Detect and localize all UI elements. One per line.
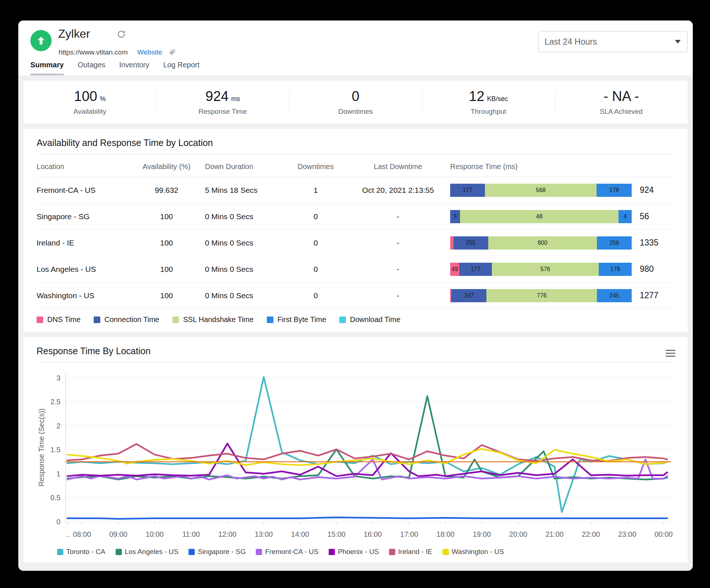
stat-label: Response Time	[156, 108, 289, 116]
table-row: Washington - US1000 Mins 0 Secs0-2477762…	[37, 282, 674, 309]
chart-legend-ireland-ie[interactable]: Ireland - IE	[389, 548, 432, 556]
x-tick-label: 09:00	[109, 530, 128, 538]
x-tick-label: 08:00	[73, 530, 91, 538]
cell-downtimes: 1	[285, 186, 346, 195]
chart-legend-los-angeles-us[interactable]: Los Angeles - US	[116, 548, 179, 556]
cell-response-bar: 255800256	[450, 236, 640, 250]
chart-legend-singapore-sg[interactable]: Singapore - SG	[188, 548, 246, 556]
time-range-dropdown[interactable]: Last 24 Hours	[538, 31, 688, 52]
chart-legend-washington-us[interactable]: Washington - US	[442, 548, 504, 556]
chart-legend-label: Singapore - SG	[198, 548, 246, 556]
cell-response-bar: 177568178	[450, 184, 640, 197]
ssl-swatch	[172, 317, 179, 323]
response-time-bar: 3484	[450, 210, 632, 223]
header: Zylker https://www.vtitan.com Website Su…	[18, 20, 693, 75]
chart-legend-label: Washington - US	[452, 548, 504, 556]
cell-response-bar: 3484	[450, 210, 640, 223]
stat-value: 12KB/sec	[422, 89, 555, 104]
x-tick-label: ..	[66, 530, 70, 538]
connection-swatch	[94, 317, 100, 323]
chart-legend-label: Los Angeles - US	[125, 548, 179, 556]
cell-location: Ireland - IE	[37, 239, 128, 247]
cell-location: Washington - US	[37, 291, 128, 300]
table-row: Fremont-CA - US99.6325 Mins 18 Secs1Oct …	[37, 177, 674, 203]
website-link[interactable]: Website	[137, 48, 162, 56]
tab-inventory[interactable]: Inventory	[119, 61, 149, 75]
segment-legend-dns: DNS Time	[37, 315, 81, 324]
stat-value: 0	[289, 89, 422, 104]
cell-total-response-time: 980	[640, 264, 674, 274]
monitor-panel: Zylker https://www.vtitan.com Website Su…	[18, 20, 693, 571]
table-header: LocationAvailability (%)Down DurationDow…	[37, 154, 674, 177]
chart-card: Response Time By Location 00.511.522.53.…	[23, 337, 688, 562]
cell-location: Singapore - SG	[37, 212, 128, 221]
monitor-title: Zylker	[58, 27, 90, 41]
stat-availability: 100%Availability	[23, 89, 156, 116]
y-tick-label: 2	[56, 422, 60, 430]
x-tick-label: 17:00	[400, 530, 418, 538]
series-toronto-ca	[67, 377, 667, 512]
bar-segment-ssl: 568	[485, 184, 597, 197]
refresh-icon[interactable]	[116, 29, 126, 41]
chart-legend-label: Ireland - IE	[398, 548, 432, 556]
stat-response-time: 924msResponse Time	[156, 89, 289, 116]
segment-legend-label: SSL Handshake Time	[183, 315, 254, 324]
series-swatch	[188, 549, 195, 555]
dns-swatch	[37, 317, 43, 323]
cell-downtimes: 0	[285, 239, 346, 247]
cell-availability: 100	[128, 212, 205, 221]
column-header-response-time-ms: Response Time (ms)	[450, 162, 640, 171]
column-header-down-duration: Down Duration	[205, 162, 285, 171]
cell-availability: 100	[128, 265, 205, 274]
bar-segment-ssl: 48	[460, 210, 619, 223]
column-header-availability: Availability (%)	[128, 162, 205, 171]
stat-value-number: - NA -	[604, 89, 639, 104]
chart-menu-icon[interactable]	[666, 348, 675, 359]
availability-card-title: Availability and Response Time by Locati…	[37, 138, 674, 154]
stat-unit: %	[100, 95, 106, 102]
cell-total-response-time: 924	[640, 185, 674, 195]
chart-legend-toronto-ca[interactable]: Toronto - CA	[57, 548, 105, 556]
segment-legend-ssl: SSL Handshake Time	[172, 315, 254, 324]
time-range-value: Last 24 Hours	[545, 37, 597, 47]
x-tick-label: 16:00	[364, 530, 382, 538]
cell-availability: 100	[128, 291, 205, 300]
stat-label: Availability	[23, 108, 156, 116]
column-header-location: Location	[37, 162, 128, 171]
availability-card: Availability and Response Time by Locati…	[23, 129, 688, 332]
tab-summary[interactable]: Summary	[30, 61, 64, 75]
bar-segment-connection: 3	[450, 210, 460, 223]
x-tick-label: 15:00	[327, 530, 345, 538]
y-axis-title: Response Time (Sec(s))	[37, 408, 45, 486]
series-swatch	[329, 549, 335, 555]
chart-legend-label: Phoenix - US	[338, 548, 379, 556]
cell-last-downtime: -	[346, 291, 450, 300]
bar-segment-connection: 177	[450, 184, 485, 197]
stat-label: SLA Achieved	[555, 108, 688, 116]
tab-outages[interactable]: Outages	[78, 61, 105, 75]
x-tick-label: 21:00	[545, 530, 564, 538]
tab-log-report[interactable]: Log Report	[163, 61, 199, 75]
x-tick-label: 18:00	[436, 530, 455, 538]
stat-value: - NA -	[555, 89, 688, 104]
y-tick-label: 1	[56, 470, 60, 478]
chart-legend-fremont-ca-us[interactable]: Fremont-CA - US	[256, 548, 318, 556]
segment-legend-connection: Connection Time	[94, 315, 159, 324]
response-time-bar: 177568178	[450, 184, 632, 197]
column-header-last-downtime: Last Downtime	[346, 162, 450, 171]
bar-segment-first_byte: 245	[597, 289, 632, 302]
series-swatch	[442, 549, 449, 555]
stat-value-number: 0	[352, 89, 359, 104]
y-tick-label: 1.5	[51, 446, 61, 454]
stat-value-number: 924	[205, 89, 228, 104]
bar-segment-first_byte: 4	[619, 210, 632, 223]
stat-sla-achieved: - NA -SLA Achieved	[555, 89, 688, 116]
stat-value-number: 12	[469, 89, 484, 104]
tag-icon[interactable]	[168, 48, 176, 56]
chart-legend-phoenix-us[interactable]: Phoenix - US	[329, 548, 379, 556]
table-row: Ireland - IE1000 Mins 0 Secs0-2558002561…	[37, 230, 674, 256]
cell-down-duration: 0 Mins 0 Secs	[205, 239, 285, 247]
y-tick-label: 2.5	[51, 398, 61, 406]
x-tick-label: 19:00	[473, 530, 491, 538]
cell-last-downtime: -	[346, 239, 450, 247]
